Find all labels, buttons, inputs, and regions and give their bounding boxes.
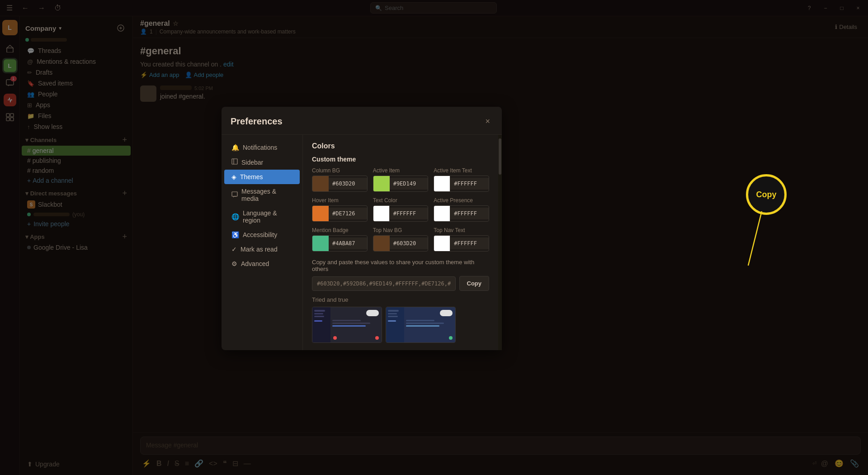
pref-nav-notifications[interactable]: 🔔 Notifications bbox=[224, 140, 300, 155]
top-nav-bg-label: Top Nav BG bbox=[373, 227, 429, 233]
copy-circle: Copy bbox=[746, 174, 787, 215]
pref-nav-notifications-label: Notifications bbox=[243, 144, 277, 151]
hover-item-value: #DE7126 bbox=[329, 208, 367, 219]
copy-theme-button[interactable]: Copy bbox=[459, 276, 490, 291]
pref-nav-accessibility[interactable]: ♿ Accessibility bbox=[224, 228, 300, 242]
top-nav-bg-value: #603D20 bbox=[390, 238, 428, 249]
theme-preview-1[interactable] bbox=[312, 307, 382, 343]
sidebar-nav-icon bbox=[231, 158, 238, 166]
text-color-value: #FFFFFF bbox=[390, 208, 428, 219]
preferences-header: Preferences × bbox=[222, 107, 502, 135]
active-item-label: Active Item bbox=[373, 167, 429, 174]
pref-nav-language[interactable]: 🌐 Language & region bbox=[224, 206, 300, 228]
preferences-body: 🔔 Notifications Sidebar ◈ Themes bbox=[222, 135, 502, 350]
custom-theme-label: Custom theme bbox=[312, 156, 489, 163]
messages-nav-icon bbox=[231, 191, 238, 199]
color-item-column-bg: Column BG #603D20 bbox=[312, 167, 368, 192]
copy-annotation-label: Copy bbox=[756, 190, 777, 200]
pref-nav-themes-label: Themes bbox=[240, 173, 263, 180]
theme-preview-1-sidebar bbox=[312, 307, 330, 342]
tried-true-title: Tried and true bbox=[312, 296, 489, 303]
color-item-active-item-text: Active Item Text #FFFFFF bbox=[434, 167, 489, 192]
pref-nav-messages[interactable]: Messages & media bbox=[224, 184, 300, 206]
pref-nav-advanced[interactable]: ⚙ Advanced bbox=[224, 256, 300, 271]
colors-section-title: Colors bbox=[312, 142, 489, 150]
preferences-content: Colors Custom theme Column BG #603D20 A bbox=[303, 135, 498, 350]
preferences-nav: 🔔 Notifications Sidebar ◈ Themes bbox=[222, 135, 303, 350]
copy-annotation: Copy bbox=[746, 174, 787, 215]
pref-nav-accessibility-label: Accessibility bbox=[243, 231, 277, 238]
active-item-value: #9ED149 bbox=[390, 178, 428, 190]
notifications-nav-icon: 🔔 bbox=[231, 144, 239, 151]
theme-preview-2[interactable] bbox=[386, 307, 456, 343]
pref-nav-mark-read[interactable]: ✓ Mark as read bbox=[224, 242, 300, 256]
pref-nav-messages-label: Messages & media bbox=[241, 188, 292, 202]
pref-nav-language-label: Language & region bbox=[243, 209, 292, 224]
active-item-swatch-row[interactable]: #9ED149 bbox=[373, 176, 429, 192]
preferences-close-button[interactable]: × bbox=[482, 116, 493, 127]
theme-preview-2-inner bbox=[386, 307, 455, 342]
column-bg-label: Column BG bbox=[312, 167, 368, 174]
share-section: Copy and paste these values to share you… bbox=[312, 259, 489, 291]
color-item-top-nav-text: Top Nav Text #FFFFFF bbox=[434, 227, 489, 252]
text-color-swatch bbox=[373, 206, 390, 221]
top-nav-text-swatch-row[interactable]: #FFFFFF bbox=[434, 235, 489, 252]
hover-item-label: Hover Item bbox=[312, 197, 368, 204]
preferences-title: Preferences bbox=[231, 116, 283, 127]
pref-nav-themes[interactable]: ◈ Themes bbox=[224, 170, 300, 184]
theme-preview-2-sidebar bbox=[386, 307, 404, 342]
column-bg-swatch-row[interactable]: #603D20 bbox=[312, 176, 368, 192]
theme-preview-2-main bbox=[404, 307, 455, 342]
share-label: Copy and paste these values to share you… bbox=[312, 259, 489, 272]
theme-preview-1-inner bbox=[312, 307, 382, 342]
language-nav-icon: 🌐 bbox=[231, 213, 239, 220]
active-item-text-value: #FFFFFF bbox=[450, 178, 489, 190]
active-presence-label: Active Presence bbox=[434, 197, 489, 204]
top-nav-text-swatch bbox=[434, 236, 450, 251]
column-bg-value: #603D20 bbox=[329, 178, 367, 190]
annotation-arrow bbox=[741, 211, 796, 270]
theme-previews bbox=[312, 307, 489, 343]
text-color-label: Text Color bbox=[373, 197, 429, 204]
modal-overlay[interactable]: Preferences × 🔔 Notifications Sidebar bbox=[0, 0, 868, 475]
active-item-text-swatch bbox=[434, 176, 450, 191]
svg-line-10 bbox=[748, 211, 762, 266]
top-nav-bg-swatch bbox=[373, 236, 390, 251]
color-item-hover: Hover Item #DE7126 bbox=[312, 197, 368, 222]
advanced-nav-icon: ⚙ bbox=[231, 260, 237, 267]
pref-nav-markread-label: Mark as read bbox=[241, 246, 278, 253]
pref-nav-sidebar[interactable]: Sidebar bbox=[224, 155, 300, 170]
pref-nav-sidebar-label: Sidebar bbox=[241, 159, 263, 166]
mention-badge-swatch bbox=[312, 236, 329, 251]
themes-nav-icon: ◈ bbox=[231, 173, 236, 180]
active-presence-swatch bbox=[434, 206, 450, 221]
top-nav-text-label: Top Nav Text bbox=[434, 227, 489, 233]
top-nav-bg-swatch-row[interactable]: #603D20 bbox=[373, 235, 429, 252]
pref-nav-advanced-label: Advanced bbox=[241, 260, 269, 267]
active-item-text-swatch-row[interactable]: #FFFFFF bbox=[434, 176, 489, 192]
markread-nav-icon: ✓ bbox=[231, 246, 237, 253]
color-item-active-presence: Active Presence #FFFFFF bbox=[434, 197, 489, 222]
active-presence-value: #FFFFFF bbox=[450, 208, 489, 219]
color-item-text-color: Text Color #FFFFFF bbox=[373, 197, 429, 222]
accessibility-nav-icon: ♿ bbox=[231, 231, 239, 238]
preferences-scrollbar-thumb bbox=[499, 138, 501, 175]
svg-rect-7 bbox=[232, 159, 237, 164]
preferences-dialog: Preferences × 🔔 Notifications Sidebar bbox=[222, 107, 502, 350]
color-item-active-item: Active Item #9ED149 bbox=[373, 167, 429, 192]
active-item-text-label: Active Item Text bbox=[434, 167, 489, 174]
svg-rect-9 bbox=[232, 192, 237, 196]
mention-badge-label: Mention Badge bbox=[312, 227, 368, 233]
share-input[interactable] bbox=[312, 276, 456, 291]
mention-badge-value: #4ABA87 bbox=[329, 238, 367, 249]
color-item-top-nav-bg: Top Nav BG #603D20 bbox=[373, 227, 429, 252]
hover-item-swatch bbox=[312, 206, 329, 221]
active-item-swatch bbox=[373, 176, 390, 191]
text-color-swatch-row[interactable]: #FFFFFF bbox=[373, 205, 429, 222]
mention-badge-swatch-row[interactable]: #4ABA87 bbox=[312, 235, 368, 252]
hover-item-swatch-row[interactable]: #DE7126 bbox=[312, 205, 368, 222]
active-presence-swatch-row[interactable]: #FFFFFF bbox=[434, 205, 489, 222]
color-item-mention-badge: Mention Badge #4ABA87 bbox=[312, 227, 368, 252]
column-bg-swatch bbox=[312, 176, 329, 191]
preferences-scrollbar[interactable] bbox=[498, 135, 502, 350]
